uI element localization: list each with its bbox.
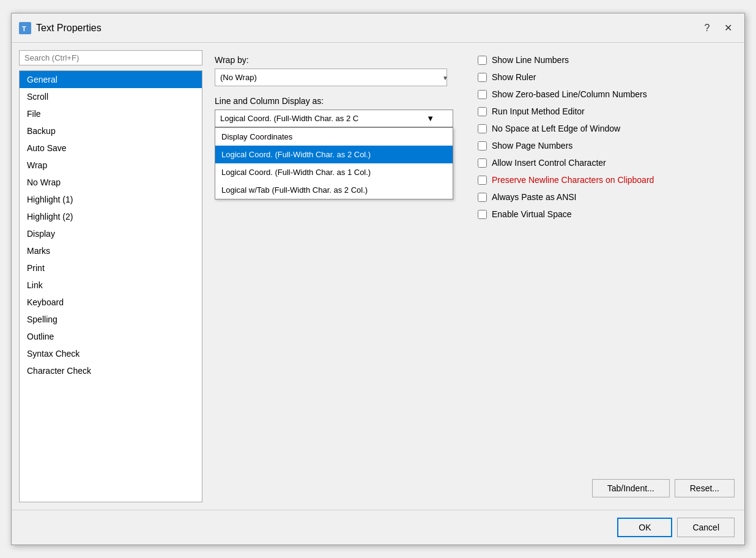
checkbox-label-show-page-numbers: Show Page Numbers: [492, 141, 573, 151]
cancel-button[interactable]: Cancel: [677, 518, 735, 537]
wrap-by-group: Wrap by: (No Wrap)WindowSpecified Column…: [215, 55, 453, 86]
line-col-label: Line and Column Display as:: [215, 96, 453, 106]
checkbox-label-no-space-left-edge: No Space at Left Edge of Window: [492, 124, 620, 133]
left-content: Wrap by: (No Wrap)WindowSpecified Column…: [215, 55, 453, 469]
line-col-dropdown-trigger[interactable]: Logical Coord. (Full-Width Char. as 2 C …: [215, 110, 453, 127]
help-button[interactable]: ?: [698, 19, 716, 37]
svg-text:T: T: [22, 25, 26, 32]
nav-item-file[interactable]: File: [20, 105, 202, 122]
checkbox-row-no-space-left-edge[interactable]: No Space at Left Edge of Window: [478, 124, 735, 133]
title-bar: T Text Properties ? ✕: [12, 13, 744, 43]
right-content: Show Line NumbersShow RulerShow Zero-bas…: [478, 55, 735, 469]
checkbox-show-zero-based[interactable]: [478, 90, 487, 99]
checkbox-row-show-line-numbers[interactable]: Show Line Numbers: [478, 55, 735, 65]
checkbox-row-show-ruler[interactable]: Show Ruler: [478, 72, 735, 82]
nav-item-highlight--2-[interactable]: Highlight (2): [20, 208, 202, 225]
dialog-title: Text Properties: [36, 23, 102, 34]
title-bar-left: T Text Properties: [19, 22, 102, 34]
ok-button[interactable]: OK: [617, 518, 672, 537]
nav-item-backup[interactable]: Backup: [20, 122, 202, 140]
nav-item-auto-save[interactable]: Auto Save: [20, 140, 202, 157]
dropdown-option[interactable]: Logical Coord. (Full-Width Char. as 1 Co…: [215, 163, 453, 181]
wrap-by-dropdown-wrapper: (No Wrap)WindowSpecified ColumnPage ▼: [215, 69, 453, 86]
checkbox-no-space-left-edge[interactable]: [478, 124, 487, 133]
checkbox-row-preserve-newline[interactable]: Preserve Newline Characters on Clipboard: [478, 175, 735, 185]
checkbox-label-run-input-method: Run Input Method Editor: [492, 106, 585, 116]
nav-item-general[interactable]: General: [20, 71, 202, 88]
dialog-body: GeneralScrollFileBackupAuto SaveWrapNo W…: [12, 43, 744, 510]
checkbox-label-show-ruler: Show Ruler: [492, 72, 536, 82]
content-area: Wrap by: (No Wrap)WindowSpecified Column…: [215, 55, 735, 469]
right-panel: Wrap by: (No Wrap)WindowSpecified Column…: [202, 50, 744, 502]
nav-item-display[interactable]: Display: [20, 225, 202, 242]
dropdown-option[interactable]: Display Coordinates: [215, 128, 453, 146]
title-bar-controls: ? ✕: [698, 19, 737, 37]
nav-item-highlight--1-[interactable]: Highlight (1): [20, 191, 202, 208]
checkbox-row-show-page-numbers[interactable]: Show Page Numbers: [478, 141, 735, 151]
search-input[interactable]: [19, 50, 202, 65]
checkbox-label-always-paste-ansi: Always Paste as ANSI: [492, 192, 577, 202]
dialog-icon: T: [19, 22, 31, 34]
checkbox-preserve-newline[interactable]: [478, 176, 487, 185]
nav-item-spelling[interactable]: Spelling: [20, 311, 202, 328]
nav-item-no-wrap[interactable]: No Wrap: [20, 174, 202, 191]
checkbox-always-paste-ansi[interactable]: [478, 193, 487, 202]
dropdown-option[interactable]: Logical w/Tab (Full-Width Char. as 2 Col…: [215, 181, 453, 199]
checkbox-row-always-paste-ansi[interactable]: Always Paste as ANSI: [478, 192, 735, 202]
reset-button[interactable]: Reset...: [675, 479, 735, 497]
checkbox-label-show-zero-based: Show Zero-based Line/Column Numbers: [492, 89, 647, 99]
line-col-selected-value: Logical Coord. (Full-Width Char. as 2 C: [220, 114, 358, 123]
dropdown-option[interactable]: Logical Coord. (Full-Width Char. as 2 Co…: [215, 146, 453, 163]
left-panel: GeneralScrollFileBackupAuto SaveWrapNo W…: [19, 50, 202, 502]
checkbox-show-ruler[interactable]: [478, 73, 487, 82]
tab-indent-button[interactable]: Tab/Indent...: [592, 479, 670, 497]
checkbox-row-run-input-method[interactable]: Run Input Method Editor: [478, 106, 735, 116]
nav-item-print[interactable]: Print: [20, 259, 202, 277]
line-col-arrow-icon: ▼: [426, 114, 434, 123]
line-col-dropdown-container: Logical Coord. (Full-Width Char. as 2 C …: [215, 110, 453, 127]
bottom-bar: OK Cancel: [12, 510, 744, 545]
wrap-by-dropdown[interactable]: (No Wrap)WindowSpecified ColumnPage: [215, 69, 447, 86]
checkbox-row-allow-insert-control[interactable]: Allow Insert Control Character: [478, 158, 735, 168]
nav-item-keyboard[interactable]: Keyboard: [20, 294, 202, 311]
nav-item-character-check[interactable]: Character Check: [20, 362, 202, 379]
checkbox-run-input-method[interactable]: [478, 107, 487, 116]
checkbox-row-show-zero-based[interactable]: Show Zero-based Line/Column Numbers: [478, 89, 735, 99]
line-col-dropdown-menu: Display CoordinatesLogical Coord. (Full-…: [215, 127, 453, 199]
checkbox-row-enable-virtual-space[interactable]: Enable Virtual Space: [478, 209, 735, 219]
text-properties-dialog: T Text Properties ? ✕ GeneralScrollFileB…: [11, 13, 745, 545]
checkbox-label-show-line-numbers: Show Line Numbers: [492, 55, 569, 65]
checkbox-show-page-numbers[interactable]: [478, 141, 487, 151]
bottom-right-buttons: OK Cancel: [617, 518, 735, 537]
line-col-group: Line and Column Display as: Logical Coor…: [215, 96, 453, 127]
checkbox-enable-virtual-space[interactable]: [478, 210, 487, 219]
nav-item-outline[interactable]: Outline: [20, 328, 202, 345]
nav-item-syntax-check[interactable]: Syntax Check: [20, 345, 202, 362]
checkbox-label-preserve-newline: Preserve Newline Characters on Clipboard: [492, 175, 654, 185]
checkbox-allow-insert-control[interactable]: [478, 158, 487, 168]
checkbox-show-line-numbers[interactable]: [478, 56, 487, 65]
checkbox-label-allow-insert-control: Allow Insert Control Character: [492, 158, 606, 168]
checkbox-label-enable-virtual-space: Enable Virtual Space: [492, 209, 572, 219]
nav-item-scroll[interactable]: Scroll: [20, 88, 202, 105]
nav-item-marks[interactable]: Marks: [20, 242, 202, 259]
nav-list: GeneralScrollFileBackupAuto SaveWrapNo W…: [19, 70, 202, 502]
nav-item-wrap[interactable]: Wrap: [20, 157, 202, 174]
close-button[interactable]: ✕: [719, 19, 737, 37]
wrap-by-label: Wrap by:: [215, 55, 453, 65]
nav-item-link[interactable]: Link: [20, 277, 202, 294]
